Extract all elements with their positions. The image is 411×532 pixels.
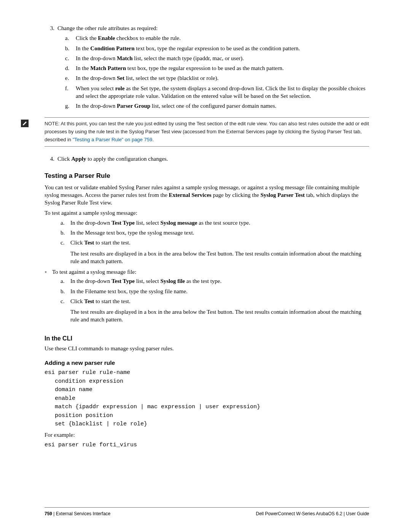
bold-syslog-parser-test: Syslog Parser Test [260,192,304,198]
code-block-2: esi parser rule forti_virus [45,441,369,450]
body-3c: In the drop-down Match list, select the … [76,54,369,62]
body-3a: Click the Enable checkbox to enable the … [76,34,369,42]
bold-apply: Apply [71,156,86,162]
step-3a: a. Click the Enable checkbox to enable t… [65,34,369,42]
step-3e: e. In the drop-down Set list, select the… [65,74,369,82]
msg-a: a. In the drop-down Test Type list, sele… [61,219,369,227]
bold-condition-pattern: Condition Pattern [90,45,134,51]
t: Click [70,298,84,304]
bold-test: Test [84,240,94,246]
marker-3b: b. [65,45,76,52]
t: In the drop-down [76,75,117,81]
t: Click [70,240,84,246]
step-3-body: Change the other rule attributes as requ… [57,24,369,112]
step-3-text: Change the other rule attributes as requ… [57,25,158,31]
bold-syslog-file: Syslog file [160,278,185,284]
file-test-intro: To test against a syslog message file: [52,269,136,275]
file-test-body: To test against a syslog message file: a… [52,268,369,326]
body: In the Filename text box, type the syslo… [70,288,369,295]
body: In the drop-down Test Type list, select … [70,219,369,227]
file-b: b. In the Filename text box, type the sy… [61,288,369,295]
file-test-item: • To test against a syslog message file:… [45,268,369,326]
footer-guide: User Guide [345,511,369,516]
file-test-bullet: • To test against a syslog message file:… [45,268,369,326]
testing-paragraph-2: To test against a sample syslog message: [45,209,369,217]
t: In the drop-down [76,55,117,61]
t: to start the test. [94,240,130,246]
for-example: For example: [45,431,369,439]
heading-cli: In the CLI [45,334,369,343]
marker: b. [61,229,70,236]
body-3b: In the Condition Pattern text box, type … [76,45,369,52]
marker: b. [61,288,70,295]
t: In the [76,65,90,71]
heading-testing: Testing a Parser Rule [45,172,369,181]
msg-b: b. In the Message text box, type the sys… [61,229,369,236]
marker-3c: c. [65,54,76,62]
marker: c. [61,239,70,265]
msg-c: c. Click Test to start the test. The tes… [61,239,369,265]
testing-paragraph-1: You can test or validate enabled Syslog … [45,184,369,207]
file-c: c. Click Test to start the test. The tes… [61,297,369,324]
bold-external-services: External Services [169,192,212,198]
bold-parser-group: Parser Group [117,103,150,109]
t: list, select one of the configured parse… [150,103,276,109]
t: In the drop-down [76,103,117,109]
step-3g: g. In the drop-down Parser Group list, s… [65,102,369,110]
body: Click Test to start the test. The test r… [70,239,369,265]
bold-test: Test [84,298,94,304]
step-3b: b. In the Condition Pattern text box, ty… [65,45,369,52]
marker: c. [61,297,70,324]
step-list: 3. Change the other rule attributes as r… [45,24,369,112]
step-3d: d. In the Match Pattern text box, type t… [65,64,369,72]
step-4: 4. Click Apply to apply the configuratio… [45,155,369,163]
note-period: . [152,137,154,142]
bold-test-type: Test Type [112,220,135,226]
page-footer: 759 | External Services Interface Dell P… [45,507,369,517]
t: to apply the configuration changes. [86,156,168,162]
bold-set: Set [117,75,124,81]
step-4-marker: 4. [45,155,57,163]
bold-test-type: Test Type [112,278,135,284]
heading-adding-rule: Adding a new parser rule [45,359,369,367]
bold-match: Match [117,55,133,61]
bold-syslog-message: Syslog message [160,220,197,226]
step-3-sublist: a. Click the Enable checkbox to enable t… [57,34,369,110]
note-text: NOTE: At this point, you can test the ru… [45,117,369,146]
page: 3. Change the other rule attributes as r… [0,0,411,532]
body-3f: When you select role as the Set type, th… [76,85,369,100]
bold-role: role [115,85,125,91]
t: list, select [135,278,161,284]
body-3e: In the drop-down Set list, select the se… [76,74,369,82]
t: list, select the set type (blacklist or … [124,75,218,81]
t: In the drop-down [70,278,112,284]
cli-para: Use these CLI commands to manage syslog … [45,345,369,352]
body: In the drop-down Test Type list, select … [70,277,369,285]
bold-match-pattern: Match Pattern [90,65,126,71]
marker-3g: g. [65,102,76,110]
bullet-icon: • [45,268,52,326]
marker-3f: f. [65,85,76,100]
test-file-steps: a. In the drop-down Test Type list, sele… [52,277,369,323]
t: In the [76,45,90,51]
body-3g: In the drop-down Parser Group list, sele… [76,102,369,110]
note-icon [21,120,29,127]
step-3: 3. Change the other rule attributes as r… [45,24,369,112]
footer-product: Dell PowerConnect W-Series ArubaOS 6.2 [256,511,344,516]
test-msg-steps: a. In the drop-down Test Type list, sele… [45,219,369,265]
t: to start the test. [94,298,130,304]
marker-3a: a. [65,34,76,42]
page-number: 759 [45,511,52,516]
t: When you select [76,85,115,91]
body-3d: In the Match Pattern text box, type the … [76,64,369,72]
marker: a. [61,277,70,285]
t: as the test type. [185,278,221,284]
body: In the Message text box, type the syslog… [70,229,369,236]
step-3c: c. In the drop-down Match list, select t… [65,54,369,62]
file-a: a. In the drop-down Test Type list, sele… [61,277,369,285]
code-block-1: esi parser rule rule-name condition expr… [45,369,369,429]
step-4-list: 4. Click Apply to apply the configuratio… [45,155,369,163]
step-3-marker: 3. [45,24,57,112]
step-4-body: Click Apply to apply the configuration c… [57,155,369,163]
note-link[interactable]: "Testing a Parser Rule" on page 759 [73,137,152,142]
